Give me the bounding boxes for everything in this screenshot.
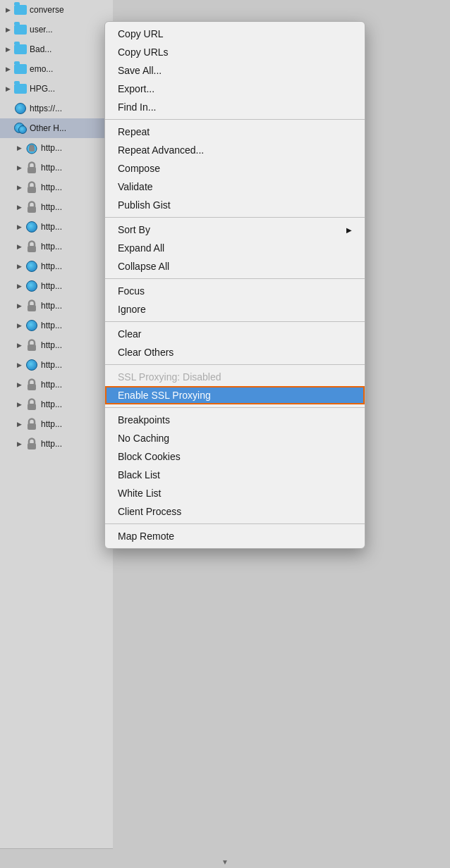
sidebar-item-emo[interactable]: ▶ emo... [0, 59, 113, 79]
svg-rect-9 [28, 384, 36, 390]
sidebar-item-https1[interactable]: ▶ https://... [0, 99, 113, 118]
menu-item-publish-gist[interactable]: Publish Gist [105, 196, 365, 214]
sidebar-item-http10[interactable]: ▶ http... [0, 316, 113, 335]
menu-item-enable-ssl-proxying[interactable]: Enable SSL Proxying [105, 386, 365, 404]
sidebar-item-http7[interactable]: ▶ http... [0, 256, 113, 276]
menu-item-white-list[interactable]: White List [105, 484, 365, 502]
sidebar-item-converse[interactable]: ▶ converse [0, 0, 113, 20]
sidebar-item-http12[interactable]: ▶ http... [0, 355, 113, 375]
menu-item-map-remote[interactable]: Map Remote [105, 527, 365, 545]
lock-icon [25, 299, 38, 312]
globe-icon [25, 260, 38, 273]
arrow-icon: ▶ [3, 44, 13, 54]
sidebar-item-http14[interactable]: ▶ http... [0, 395, 113, 414]
sidebar-item-http13[interactable]: ▶ http... [0, 375, 113, 395]
sidebar-item-label: http... [41, 242, 62, 252]
menu-item-expand-all[interactable]: Expand All [105, 239, 365, 257]
menu-item-ignore[interactable]: Ignore [105, 300, 365, 318]
arrow-icon: ▶ [14, 380, 24, 390]
menu-item-label: Copy URLs [118, 46, 352, 58]
sidebar-item-http15[interactable]: ▶ http... [0, 414, 113, 434]
svg-rect-7 [28, 305, 36, 311]
menu-section-3: Sort By ▶ Expand All Collapse All [105, 218, 365, 278]
menu-item-label: Repeat Advanced... [118, 144, 352, 156]
lock-icon [25, 378, 38, 391]
sidebar-item-label: Other H... [30, 123, 66, 133]
menu-section-5: Clear Clear Others [105, 322, 365, 364]
sidebar-item-label: http... [41, 163, 62, 173]
arrow-icon: ▶ [14, 340, 24, 350]
menu-item-export[interactable]: Export... [105, 80, 365, 98]
arrow-icon: ▶ [14, 360, 24, 370]
svg-rect-4 [28, 187, 36, 193]
menu-item-clear[interactable]: Clear [105, 325, 365, 343]
menu-item-clear-others[interactable]: Clear Others [105, 343, 365, 361]
menu-item-copy-url[interactable]: Copy URL [105, 25, 365, 43]
svg-rect-12 [28, 443, 36, 450]
sidebar-item-http4[interactable]: ▶ http... [0, 197, 113, 217]
sidebar-item-http8[interactable]: ▶ http... [0, 276, 113, 296]
sidebar-item-http1[interactable]: ▶ http... [0, 138, 113, 158]
scroll-indicator[interactable] [0, 855, 450, 868]
sidebar-item-label: user... [30, 25, 53, 35]
menu-item-save-all[interactable]: Save All... [105, 61, 365, 80]
lock-icon [25, 161, 38, 174]
menu-item-label: Sort By [118, 224, 346, 235]
menu-item-label: Save All... [118, 65, 352, 76]
sidebar-item-label: Bad... [30, 44, 51, 54]
arrow-icon: ▶ [14, 301, 24, 311]
sidebar-item-http2[interactable]: ▶ http... [0, 158, 113, 178]
menu-item-validate[interactable]: Validate [105, 178, 365, 196]
arrow-icon: ▶ [14, 281, 24, 291]
sidebar-item-label: converse [30, 5, 64, 15]
menu-item-client-process[interactable]: Client Process [105, 502, 365, 521]
menu-item-block-cookies[interactable]: Block Cookies [105, 447, 365, 466]
menu-item-focus[interactable]: Focus [105, 282, 365, 300]
svg-rect-2 [29, 147, 35, 151]
menu-item-label: SSL Proxying: Disabled [118, 371, 352, 383]
menu-item-label: Clear Others [118, 347, 352, 358]
sidebar-item-label: http... [41, 202, 62, 212]
menu-item-label: Client Process [118, 506, 352, 517]
menu-item-black-list[interactable]: Black List [105, 466, 365, 484]
sidebar-item-user[interactable]: ▶ user... [0, 20, 113, 39]
folder-icon [14, 4, 27, 16]
sidebar-item-bad[interactable]: ▶ Bad... [0, 39, 113, 59]
sidebar-item-http11[interactable]: ▶ http... [0, 335, 113, 355]
sidebar-item-http16[interactable]: ▶ http... [0, 434, 113, 454]
sidebar-item-other-h[interactable]: ▶ Other H... [0, 118, 113, 138]
lock-icon [25, 438, 38, 450]
menu-item-collapse-all[interactable]: Collapse All [105, 257, 365, 275]
menu-item-compose[interactable]: Compose [105, 159, 365, 178]
menu-item-find-in[interactable]: Find In... [105, 98, 365, 116]
lock-icon [25, 339, 38, 352]
menu-item-no-caching[interactable]: No Caching [105, 429, 365, 447]
menu-section-8: Map Remote [105, 524, 365, 548]
globe-group-icon [14, 122, 27, 135]
sidebar-item-http5[interactable]: ▶ http... [0, 217, 113, 237]
arrow-icon: ▶ [14, 143, 24, 153]
menu-item-label: Block Cookies [118, 451, 352, 462]
sidebar-item-http9[interactable]: ▶ http... [0, 296, 113, 316]
menu-item-sort-by[interactable]: Sort By ▶ [105, 221, 365, 239]
arrow-icon: ▶ [14, 242, 24, 252]
sidebar-item-http6[interactable]: ▶ http... [0, 237, 113, 256]
menu-item-label: Clear [118, 328, 352, 340]
menu-item-copy-urls[interactable]: Copy URLs [105, 43, 365, 61]
sidebar-item-label: https://... [30, 104, 62, 113]
context-menu: Copy URL Copy URLs Save All... Export...… [104, 21, 365, 549]
sidebar-item-label: http... [41, 143, 62, 153]
svg-rect-3 [28, 167, 36, 173]
sidebar-item-label: http... [41, 439, 62, 449]
arrow-icon: ▶ [3, 5, 13, 15]
menu-item-ssl-proxying-disabled[interactable]: SSL Proxying: Disabled [105, 368, 365, 386]
menu-item-breakpoints[interactable]: Breakpoints [105, 411, 365, 429]
sidebar-item-label: emo... [30, 64, 53, 74]
menu-item-label: Compose [118, 163, 352, 174]
menu-item-repeat-advanced[interactable]: Repeat Advanced... [105, 141, 365, 159]
sidebar-item-label: HPG... [30, 84, 55, 94]
menu-item-repeat[interactable]: Repeat [105, 123, 365, 141]
menu-section-7: Breakpoints No Caching Block Cookies Bla… [105, 408, 365, 523]
sidebar-item-http3[interactable]: ▶ http... [0, 178, 113, 197]
sidebar-item-hpg[interactable]: ▶ HPG... [0, 79, 113, 99]
